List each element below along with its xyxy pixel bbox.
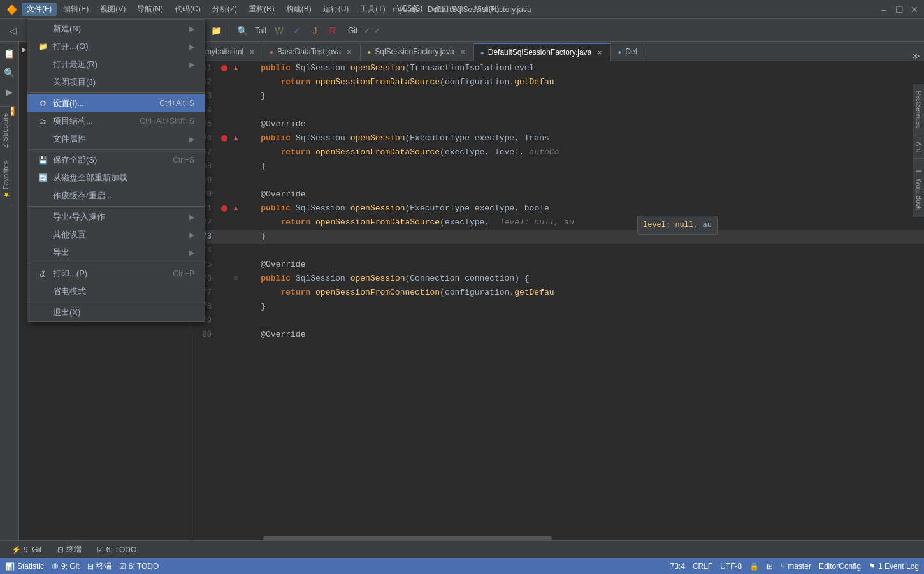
tab-close-button[interactable]: ✕ (247, 47, 256, 56)
fold-indicator[interactable]: ⊟ (231, 272, 241, 286)
menu-refactor[interactable]: 重构(R) (243, 3, 280, 16)
menu-exit[interactable]: 退出(X) (27, 304, 205, 321)
menu-file[interactable]: 文件(F) (22, 3, 57, 16)
status-terminal[interactable]: ⊟ 终端 (87, 561, 112, 571)
tab-def[interactable]: ● Def (611, 43, 644, 61)
git-status-label: 9: Git (61, 562, 80, 571)
code-text (241, 103, 924, 117)
menu-run[interactable]: 运行(U) (318, 3, 354, 16)
back-button[interactable]: ◁ (5, 23, 20, 38)
menu-project-structure[interactable]: 🗂项目结构... Ctrl+Alt+Shift+S (27, 112, 205, 130)
code-line-73: 73 } (191, 230, 924, 244)
menu-code[interactable]: 代码(C) (170, 3, 206, 16)
menu-edit[interactable]: 编辑(E) (58, 3, 94, 16)
tab-basedatatest[interactable]: ● BaseDataTest.java ✕ (263, 43, 361, 61)
code-text: @Override (241, 188, 924, 202)
vtab-rest-services[interactable]: RestServices (913, 84, 924, 135)
menu-export[interactable]: 导出 ▶ (27, 244, 205, 261)
tab-close-button[interactable]: ✕ (345, 47, 354, 56)
menu-save-all[interactable]: 💾保存全部(S) Ctrl+S (27, 151, 205, 169)
menu-file-properties[interactable]: 文件属性 ▶ (27, 130, 205, 148)
tab-sqlsessionfactory[interactable]: ● SqlSessionFactory.java ✕ (361, 43, 474, 61)
tab-icon: ● (367, 48, 371, 55)
tab-icon: ● (270, 48, 273, 55)
fold-indicator[interactable]: ▲ (231, 131, 241, 145)
scrollbar-thumb[interactable] (263, 536, 552, 540)
menu-power-save[interactable]: 省电模式 (27, 283, 205, 300)
plugin-btn-2[interactable]: ✓ (289, 23, 305, 38)
sdk-button[interactable]: 📁 (208, 23, 224, 38)
menu-navigate[interactable]: 导航(N) (132, 3, 168, 16)
tab-close-button[interactable]: ✕ (458, 47, 467, 56)
menu-new[interactable]: 新建(N) ▶ (27, 20, 205, 38)
status-encoding[interactable]: UTF-8 (720, 562, 742, 571)
fold-indicator[interactable]: ▲ (231, 202, 241, 216)
bottom-tab-todo[interactable]: ☑ 6: TODO (90, 543, 143, 557)
status-statistic[interactable]: 📊 Statistic (5, 562, 44, 571)
status-event-log[interactable]: ⚑ 1 Event Log (869, 562, 919, 571)
menu-analyze[interactable]: 分析(Z) (207, 3, 242, 16)
status-todo[interactable]: ☑ 6: TODO (119, 562, 159, 571)
menu-tools[interactable]: 工具(T) (355, 3, 390, 16)
close-button[interactable]: ✕ (910, 5, 919, 14)
status-editor-config[interactable]: EditorConfig (819, 562, 861, 571)
run-debug-button[interactable]: ▶ (1, 83, 18, 101)
status-indent[interactable]: ⊞ (767, 562, 773, 571)
vtab-translator[interactable]: 翻译器 (913, 159, 924, 172)
find-button[interactable]: 🔍 (1, 64, 18, 82)
code-text: } (241, 300, 924, 314)
status-vcs[interactable]: ⑂ master (781, 562, 811, 571)
plugin-btn-1[interactable]: W (271, 23, 287, 38)
code-text (241, 173, 924, 188)
code-text: return openSessionFromDataSource(execTyp… (241, 216, 924, 230)
status-crlf[interactable]: CRLF (693, 562, 712, 571)
status-position[interactable]: 73:4 (670, 562, 685, 571)
vtab-ant[interactable]: Ant (913, 135, 924, 159)
recent-icon (38, 59, 48, 70)
menu-view[interactable]: 视图(V) (95, 3, 131, 16)
code-text: @Override (241, 258, 924, 272)
menu-close-project[interactable]: 关闭项目(J) (27, 73, 205, 91)
line-num: 80 (191, 328, 218, 342)
bottom-tab-terminal[interactable]: ⊟ 终端 (51, 541, 88, 557)
status-git[interactable]: ⑨ 9: Git (52, 562, 80, 571)
menu-open[interactable]: 📁打开...(O) ▶ (27, 38, 205, 55)
menu-build[interactable]: 构建(B) (281, 3, 317, 16)
code-line-72: 72 return openSessionFromDataSource(exec… (191, 216, 924, 230)
code-editor[interactable]: 61 ▲ public SqlSession openSession(Trans… (191, 61, 924, 342)
code-line-79: 79 (191, 314, 924, 328)
tab-defaultsqlsessionfactory[interactable]: ● DefaultSqlSessionFactory.java ✕ (474, 43, 612, 61)
menu-print[interactable]: 🖨打印...(P) Ctrl+P (27, 265, 205, 283)
code-line-64: 64 (191, 103, 924, 117)
tab-overflow[interactable]: ≫ (908, 52, 924, 61)
project-structure-icon: 🗂 (38, 116, 48, 126)
vtab-favorites[interactable]: ★Favorites (0, 154, 11, 205)
maximize-button[interactable]: ☐ (895, 5, 904, 14)
menu-export-import[interactable]: 导出/导入操作 ▶ (27, 208, 205, 226)
tab-close-button[interactable]: ✕ (595, 48, 604, 57)
toolbar-separator-4 (229, 24, 229, 37)
fold-indicator[interactable]: ▲ (231, 61, 241, 75)
horizontal-scrollbar[interactable] (191, 536, 913, 540)
menu-reload[interactable]: 🔄从磁盘全部重新加载 (27, 169, 205, 187)
search-button[interactable]: 🔍 (235, 23, 250, 38)
bottom-tab-git[interactable]: ⚡ 9: Git (5, 543, 48, 557)
menu-other-settings[interactable]: 其他设置 ▶ (27, 226, 205, 244)
menu-invalidate[interactable]: 作废缓存/重启... (27, 187, 205, 205)
plugin-btn-3[interactable]: J (307, 23, 322, 38)
project-files-button[interactable]: 📋 (1, 45, 18, 63)
invalidate-icon (38, 191, 48, 201)
editorconfig-label: EditorConfig (819, 562, 861, 571)
code-line-62: 62 return openSessionFromDataSource(conf… (191, 75, 924, 89)
line-gutter (218, 205, 231, 212)
menu-settings[interactable]: ⚙设置(I)... Ctrl+Alt+S (27, 94, 205, 112)
vtab-z-structure[interactable]: Z-Structure (0, 106, 10, 154)
code-line-71: 71 ▲ public SqlSession openSession(Execu… (191, 202, 924, 216)
other-settings-icon (38, 230, 48, 240)
separator-2 (27, 149, 205, 150)
plugin-btn-4[interactable]: R (325, 23, 340, 38)
minimize-button[interactable]: – (879, 5, 888, 14)
git-label: Git: (348, 26, 360, 35)
menu-open-recent[interactable]: 打开最近(R) ▶ (27, 55, 205, 73)
vtab-word-book[interactable]: Word Book (913, 172, 924, 217)
